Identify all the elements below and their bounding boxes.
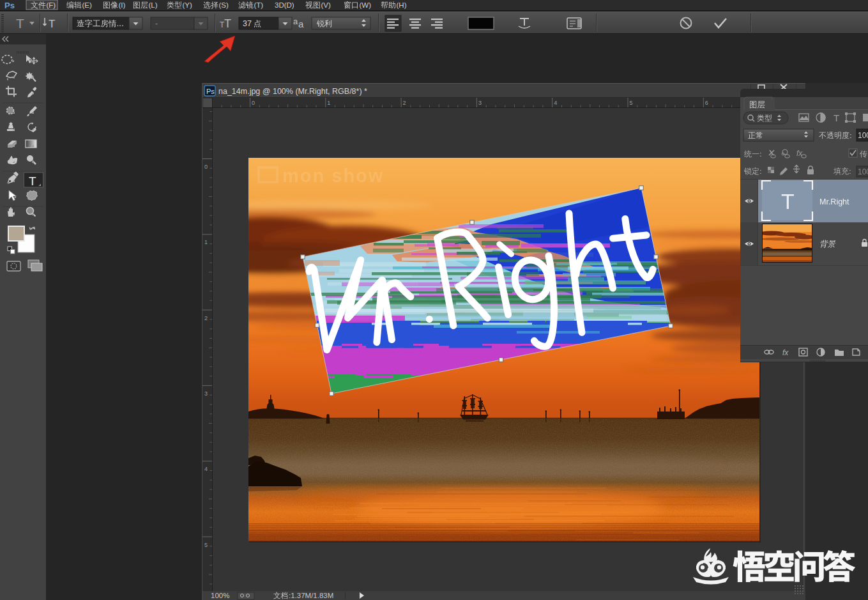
svg-text:6: 6 xyxy=(705,100,708,106)
svg-text:(L): (L) xyxy=(149,1,158,9)
svg-text:mon show: mon show xyxy=(282,165,384,186)
svg-text:5: 5 xyxy=(204,542,208,548)
svg-text:0: 0 xyxy=(204,164,208,170)
svg-text:1: 1 xyxy=(327,100,330,106)
svg-text:100: 100 xyxy=(858,167,868,176)
svg-text:2: 2 xyxy=(204,315,208,321)
svg-text:T: T xyxy=(781,189,795,213)
svg-text:(I): (I) xyxy=(119,1,126,9)
svg-text:a: a xyxy=(293,17,298,26)
svg-text:fx: fx xyxy=(796,149,803,158)
svg-text:(H): (H) xyxy=(397,1,407,9)
svg-text:(E): (E) xyxy=(82,1,93,9)
svg-text:Mr.Right: Mr.Right xyxy=(819,197,849,206)
svg-text:0: 0 xyxy=(252,100,255,106)
svg-text:-: - xyxy=(155,19,158,28)
svg-text:T: T xyxy=(29,174,36,188)
svg-text:3: 3 xyxy=(204,390,208,397)
svg-text:3D(D): 3D(D) xyxy=(275,1,294,9)
svg-text:(S): (S) xyxy=(219,1,229,9)
svg-text:5: 5 xyxy=(630,100,633,106)
svg-text:(F): (F) xyxy=(47,1,56,9)
svg-text:Ps: Ps xyxy=(206,88,215,95)
svg-text:Ps: Ps xyxy=(4,1,15,10)
svg-text:na_14m.jpg @ 100% (Mr.Right, R: na_14m.jpg @ 100% (Mr.Right, RGB/8*) * xyxy=(218,87,367,96)
svg-text:(V): (V) xyxy=(321,1,331,9)
svg-text:4: 4 xyxy=(204,466,208,472)
svg-text:2: 2 xyxy=(403,100,406,106)
svg-text:T: T xyxy=(49,18,55,30)
svg-text:a: a xyxy=(298,19,304,29)
svg-text:(T): (T) xyxy=(254,1,264,9)
svg-text:3: 3 xyxy=(478,100,482,106)
svg-text:1: 1 xyxy=(204,239,208,245)
svg-text:37: 37 xyxy=(243,19,252,28)
svg-text:4: 4 xyxy=(554,100,557,106)
svg-text:(W): (W) xyxy=(360,1,372,9)
svg-text:T: T xyxy=(834,112,839,123)
svg-text::1.37M/1.83M: :1.37M/1.83M xyxy=(289,592,333,599)
svg-text:fx: fx xyxy=(782,348,789,357)
svg-text:100: 100 xyxy=(858,131,868,140)
svg-text:(Y): (Y) xyxy=(183,1,193,9)
svg-text:100%: 100% xyxy=(211,592,229,599)
svg-text:T: T xyxy=(16,16,24,31)
svg-text:T: T xyxy=(224,17,231,30)
